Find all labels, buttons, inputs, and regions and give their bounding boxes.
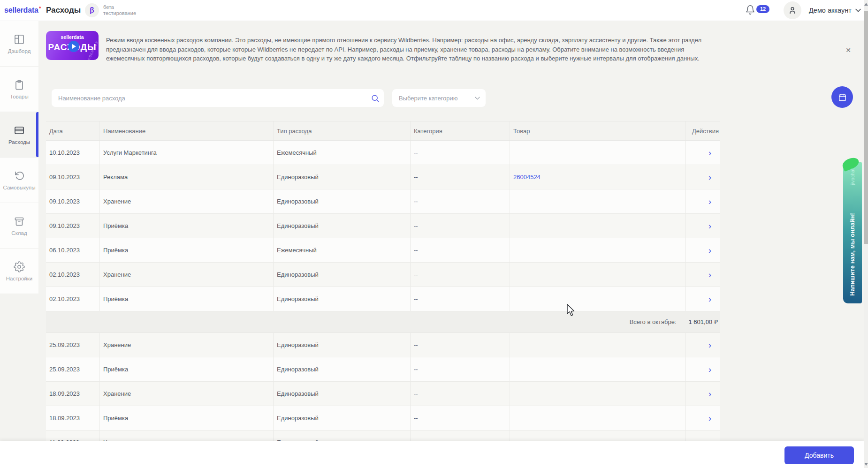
scroll-up-arrow-icon[interactable]	[864, 3, 868, 6]
table-body: 10.10.2023 Услуги Маркетинга Ежемесячный…	[46, 141, 720, 455]
sidebar-item-warehouse[interactable]: Склад	[0, 203, 38, 249]
cell-type: Единоразовый	[274, 406, 411, 430]
chevron-down-icon	[475, 97, 480, 100]
cell-type: Единоразовый	[274, 165, 411, 189]
chevron-right-icon[interactable]: ›	[708, 414, 711, 423]
cell-date: 09.10.2023	[46, 189, 100, 213]
summary-value: 1 601,00 ₽	[689, 318, 719, 325]
cell-category: --	[411, 189, 510, 213]
search-icon[interactable]	[366, 94, 384, 103]
sidebar: Дэшборд Товары Расходы	[0, 21, 38, 294]
cell-name: Хранение	[100, 189, 274, 213]
table-row: 09.10.2023 Приёмка Единоразовый -- ›	[46, 214, 720, 238]
chevron-right-icon[interactable]: ›	[708, 390, 711, 398]
table-row: 06.10.2023 Приёмка Ежемесячный -- ›	[46, 238, 720, 263]
account-menu[interactable]: Демо аккаунт	[809, 0, 861, 21]
cell-type: Единоразовый	[274, 357, 411, 381]
chevron-right-icon[interactable]: ›	[708, 271, 711, 279]
cell-category: --	[411, 333, 510, 357]
play-icon[interactable]	[68, 41, 79, 52]
chevron-right-icon[interactable]: ›	[708, 149, 711, 157]
sidebar-item-label: Настройки	[6, 276, 32, 281]
beta-label-line1: бета	[103, 4, 136, 10]
cell-type: Ежемесячный	[274, 238, 411, 262]
category-select[interactable]: Выберите категорию	[392, 89, 486, 107]
cell-category: --	[411, 214, 510, 238]
chevron-right-icon[interactable]: ›	[708, 246, 711, 255]
cell-name: Хранение	[100, 263, 274, 287]
close-icon[interactable]: ✕	[843, 45, 853, 55]
table-row: 18.09.2023 Хранение Единоразовый -- ›	[46, 382, 720, 406]
column-header-product: Товар	[510, 121, 686, 140]
sidebar-item-label: Самовыкупы	[3, 185, 36, 190]
chevron-right-icon[interactable]: ›	[708, 341, 711, 349]
scrollbar-thumb[interactable]	[864, 11, 868, 244]
sidebar-item-label: Расходы	[8, 139, 30, 145]
cell-date: 18.09.2023	[46, 406, 100, 430]
column-header-name: Наименование	[100, 121, 274, 140]
vertical-scrollbar[interactable]	[864, 0, 868, 468]
cell-name: Хранение	[100, 382, 274, 406]
rotate-ccw-icon	[14, 170, 25, 181]
brand-logo: sellerdata	[4, 0, 41, 21]
cell-date: 18.09.2023	[46, 382, 100, 406]
column-header-actions: Действия	[686, 121, 720, 140]
cell-category: --	[411, 141, 510, 165]
sidebar-item-products[interactable]: Товары	[0, 67, 38, 112]
cell-date: 10.10.2023	[46, 141, 100, 165]
cell-type: Единоразовый	[274, 333, 411, 357]
cell-name: Хранение	[100, 333, 274, 357]
account-name: Демо аккаунт	[809, 7, 852, 14]
cell-category: --	[411, 287, 510, 311]
footer-bar: Добавить	[0, 441, 864, 468]
topbar: sellerdata Расходы β бета тестирование 1…	[0, 0, 864, 21]
table-row: 02.10.2023 Приёмка Единоразовый -- ›	[46, 287, 720, 311]
table-row: 25.09.2023 Хранение Единоразовый -- ›	[46, 333, 720, 357]
cell-category: --	[411, 406, 510, 430]
table-header: Дата Наименование Тип расхода Категория …	[46, 121, 720, 141]
chevron-right-icon[interactable]: ›	[708, 295, 711, 303]
avatar[interactable]	[784, 1, 801, 19]
cell-name: Приёмка	[100, 214, 274, 238]
notifications-button[interactable]: 12	[745, 5, 773, 16]
table-row: 10.10.2023 Услуги Маркетинга Ежемесячный…	[46, 141, 720, 165]
calendar-icon	[838, 93, 847, 102]
cell-date: 02.10.2023	[46, 287, 100, 311]
cell-name: Приёмка	[100, 357, 274, 381]
cell-date: 25.09.2023	[46, 333, 100, 357]
scroll-down-arrow-icon[interactable]	[864, 463, 868, 466]
chat-brand: jivochat	[850, 168, 855, 185]
chevron-right-icon[interactable]: ›	[708, 365, 711, 374]
column-header-date: Дата	[46, 121, 100, 140]
add-expense-button[interactable]: Добавить	[784, 446, 854, 464]
search-input[interactable]	[52, 95, 366, 102]
chevron-right-icon[interactable]: ›	[708, 173, 711, 181]
cell-category: --	[411, 382, 510, 406]
column-header-category: Категория	[411, 121, 510, 140]
calendar-button[interactable]	[831, 86, 853, 108]
summary-row: Всего в октябре:1 601,00 ₽	[46, 311, 720, 333]
cell-name: Приёмка	[100, 287, 274, 311]
cell-date: 06.10.2023	[46, 238, 100, 262]
archive-box-icon	[14, 216, 25, 227]
sidebar-item-buyouts[interactable]: Самовыкупы	[0, 158, 38, 203]
expenses-table: Дата Наименование Тип расхода Категория …	[46, 121, 720, 455]
cell-date: 02.10.2023	[46, 263, 100, 287]
user-icon	[788, 6, 797, 15]
chat-widget[interactable]: jivochat Напишите нам, мы онлайн!	[843, 162, 862, 303]
sidebar-item-expenses[interactable]: Расходы	[0, 112, 38, 158]
chevron-right-icon[interactable]: ›	[708, 222, 711, 230]
cell-category: --	[411, 165, 510, 189]
sidebar-item-label: Склад	[11, 230, 27, 236]
cell-date: 09.10.2023	[46, 165, 100, 189]
cell-name: Приёмка	[100, 238, 274, 262]
product-link[interactable]: 26004524	[513, 174, 541, 181]
sidebar-item-settings[interactable]: Настройки	[0, 249, 38, 294]
notification-count-badge: 12	[756, 5, 769, 13]
beta-label: бета тестирование	[103, 4, 136, 16]
column-header-type: Тип расхода	[274, 121, 411, 140]
cell-type: Ежемесячный	[274, 141, 411, 165]
video-thumbnail[interactable]: sellerdata РАСХОДЫ WILDBERRIES	[46, 31, 99, 60]
chevron-right-icon[interactable]: ›	[708, 197, 711, 206]
sidebar-item-dashboard[interactable]: Дэшборд	[0, 21, 38, 67]
